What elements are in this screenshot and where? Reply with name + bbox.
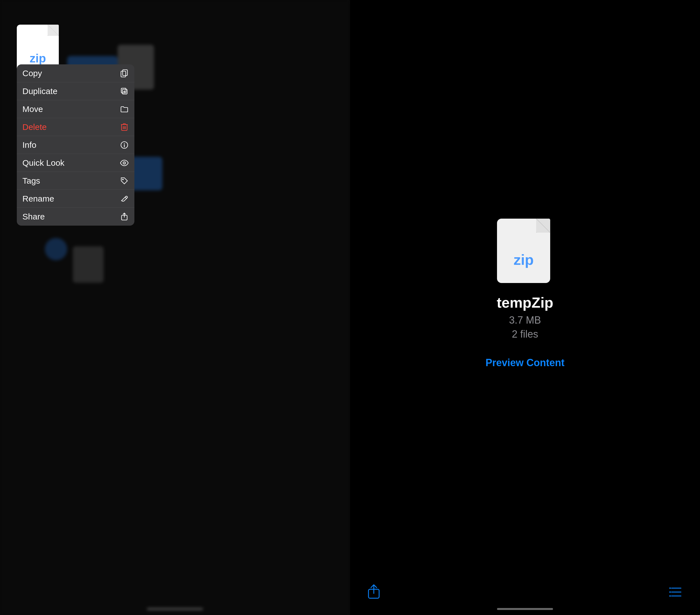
trash-icon — [120, 123, 129, 131]
tag-icon — [120, 176, 129, 185]
file-name: tempZip — [497, 294, 553, 311]
svg-point-21 — [124, 162, 125, 163]
menu-item-quick-look[interactable]: Quick Look — [17, 154, 134, 172]
menu-item-tags[interactable]: Tags — [17, 172, 134, 190]
right-panel: zip tempZip 3.7 MB 2 files Preview Conte… — [350, 0, 700, 615]
rename-label: Rename — [22, 194, 54, 203]
zip-file-right: zip — [497, 218, 553, 286]
menu-item-share[interactable]: Share — [17, 208, 134, 226]
pencil-icon — [120, 194, 129, 203]
svg-rect-3 — [123, 70, 127, 76]
quick-look-label: Quick Look — [22, 158, 64, 168]
svg-point-36 — [670, 595, 671, 597]
svg-text:zip: zip — [30, 52, 46, 65]
share-label: Share — [22, 212, 45, 222]
svg-text:zip: zip — [513, 252, 534, 268]
svg-rect-6 — [121, 88, 126, 93]
folder-icon — [120, 105, 129, 114]
home-indicator-right — [497, 608, 553, 610]
duplicate-label: Duplicate — [22, 87, 58, 96]
menu-item-copy[interactable]: Copy — [17, 64, 134, 82]
right-content: zip tempZip 3.7 MB 2 files Preview Conte… — [486, 0, 564, 615]
context-menu: Copy Duplicate Move — [17, 64, 134, 226]
right-toolbar — [350, 584, 700, 601]
move-label: Move — [22, 104, 43, 114]
svg-point-35 — [670, 591, 671, 593]
copy-icon — [120, 69, 129, 78]
tags-label: Tags — [22, 176, 40, 186]
menu-item-move[interactable]: Move — [17, 100, 134, 118]
info-icon — [120, 140, 129, 150]
svg-rect-4 — [121, 71, 126, 77]
duplicate-icon — [120, 87, 129, 96]
file-count: 2 files — [512, 328, 538, 340]
svg-point-34 — [670, 588, 671, 589]
svg-line-23 — [125, 197, 127, 199]
menu-item-rename[interactable]: Rename — [17, 190, 134, 208]
delete-label: Delete — [22, 122, 47, 132]
svg-point-22 — [122, 179, 124, 180]
menu-item-duplicate[interactable]: Duplicate — [17, 82, 134, 100]
share-icon — [120, 212, 129, 221]
list-toolbar-icon[interactable] — [669, 586, 683, 599]
eye-icon — [120, 159, 129, 167]
menu-item-delete[interactable]: Delete — [17, 118, 134, 136]
file-size: 3.7 MB — [509, 314, 541, 326]
copy-label: Copy — [22, 68, 42, 78]
preview-content-button[interactable]: Preview Content — [486, 357, 564, 369]
menu-item-info[interactable]: Info — [17, 136, 134, 154]
left-panel: zip Copy Duplicate — [0, 0, 350, 615]
share-toolbar-icon[interactable] — [367, 584, 381, 601]
svg-point-19 — [124, 143, 125, 144]
info-label: Info — [22, 140, 36, 150]
